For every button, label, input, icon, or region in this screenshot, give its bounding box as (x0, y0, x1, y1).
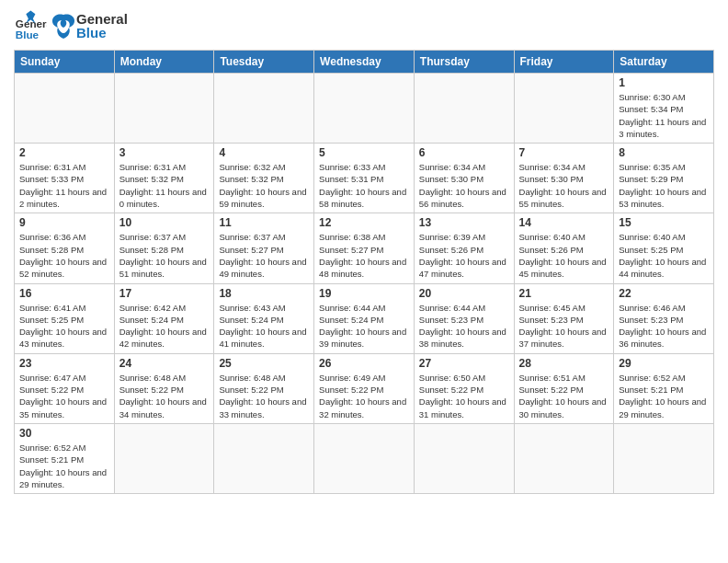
day-info: Sunrise: 6:43 AM Sunset: 5:24 PM Dayligh… (219, 302, 309, 350)
day-number: 13 (419, 216, 509, 229)
logo: General Blue General Blue (14, 9, 128, 42)
day-info: Sunrise: 6:50 AM Sunset: 5:22 PM Dayligh… (419, 372, 509, 420)
weekday-header-row: SundayMondayTuesdayWednesdayThursdayFrid… (15, 51, 714, 74)
weekday-header-sunday: Sunday (15, 51, 115, 74)
calendar-cell (414, 423, 514, 493)
calendar-table: SundayMondayTuesdayWednesdayThursdayFrid… (14, 50, 714, 494)
weekday-header-thursday: Thursday (414, 51, 514, 74)
day-info: Sunrise: 6:44 AM Sunset: 5:24 PM Dayligh… (319, 302, 409, 350)
calendar-cell: 25Sunrise: 6:48 AM Sunset: 5:22 PM Dayli… (214, 353, 314, 423)
calendar-cell (214, 423, 314, 493)
day-info: Sunrise: 6:38 AM Sunset: 5:27 PM Dayligh… (319, 231, 409, 280)
day-info: Sunrise: 6:32 AM Sunset: 5:32 PM Dayligh… (219, 161, 309, 210)
calendar-cell: 5Sunrise: 6:33 AM Sunset: 5:31 PM Daylig… (314, 144, 415, 213)
day-number: 6 (419, 146, 509, 159)
calendar-cell: 7Sunrise: 6:34 AM Sunset: 5:30 PM Daylig… (514, 144, 614, 213)
calendar-cell: 2Sunrise: 6:31 AM Sunset: 5:33 PM Daylig… (15, 144, 115, 213)
day-info: Sunrise: 6:39 AM Sunset: 5:26 PM Dayligh… (419, 231, 509, 280)
calendar-cell (314, 423, 415, 493)
calendar-week-row: 1Sunrise: 6:30 AM Sunset: 5:34 PM Daylig… (15, 74, 714, 144)
svg-text:Blue: Blue (16, 29, 40, 40)
weekday-header-monday: Monday (114, 51, 214, 74)
calendar-cell: 13Sunrise: 6:39 AM Sunset: 5:26 PM Dayli… (414, 213, 514, 283)
page-header: General Blue General Blue (14, 9, 714, 42)
weekday-header-friday: Friday (514, 51, 614, 74)
day-info: Sunrise: 6:30 AM Sunset: 5:34 PM Dayligh… (619, 91, 709, 140)
day-info: Sunrise: 6:51 AM Sunset: 5:22 PM Dayligh… (519, 372, 609, 420)
calendar-cell: 11Sunrise: 6:37 AM Sunset: 5:27 PM Dayli… (214, 213, 314, 283)
day-info: Sunrise: 6:42 AM Sunset: 5:24 PM Dayligh… (119, 302, 210, 350)
day-number: 17 (119, 287, 210, 300)
day-number: 15 (619, 216, 709, 229)
calendar-cell: 22Sunrise: 6:46 AM Sunset: 5:23 PM Dayli… (614, 283, 714, 353)
day-info: Sunrise: 6:48 AM Sunset: 5:22 PM Dayligh… (119, 372, 210, 420)
day-number: 18 (219, 287, 309, 300)
calendar-cell: 9Sunrise: 6:36 AM Sunset: 5:28 PM Daylig… (15, 213, 115, 283)
day-info: Sunrise: 6:37 AM Sunset: 5:28 PM Dayligh… (119, 231, 210, 280)
day-info: Sunrise: 6:48 AM Sunset: 5:22 PM Dayligh… (219, 372, 309, 420)
day-info: Sunrise: 6:37 AM Sunset: 5:27 PM Dayligh… (219, 231, 309, 280)
calendar-cell: 29Sunrise: 6:52 AM Sunset: 5:21 PM Dayli… (614, 353, 714, 423)
day-number: 29 (619, 357, 709, 370)
day-number: 1 (619, 76, 709, 89)
day-number: 28 (519, 357, 609, 370)
calendar-cell: 1Sunrise: 6:30 AM Sunset: 5:34 PM Daylig… (614, 74, 714, 144)
day-number: 4 (219, 146, 309, 159)
logo-bird-icon (51, 11, 76, 40)
day-number: 19 (319, 287, 409, 300)
calendar-cell: 8Sunrise: 6:35 AM Sunset: 5:29 PM Daylig… (614, 144, 714, 213)
day-number: 11 (219, 216, 309, 229)
day-number: 10 (119, 216, 210, 229)
calendar-cell (114, 74, 214, 144)
day-info: Sunrise: 6:34 AM Sunset: 5:30 PM Dayligh… (519, 161, 609, 210)
calendar-cell: 21Sunrise: 6:45 AM Sunset: 5:23 PM Dayli… (514, 283, 614, 353)
day-info: Sunrise: 6:52 AM Sunset: 5:21 PM Dayligh… (619, 372, 709, 420)
day-info: Sunrise: 6:33 AM Sunset: 5:31 PM Dayligh… (319, 161, 409, 210)
day-number: 12 (319, 216, 409, 229)
day-number: 14 (519, 216, 609, 229)
day-info: Sunrise: 6:40 AM Sunset: 5:25 PM Dayligh… (619, 231, 709, 280)
day-info: Sunrise: 6:46 AM Sunset: 5:23 PM Dayligh… (619, 302, 709, 350)
day-info: Sunrise: 6:31 AM Sunset: 5:33 PM Dayligh… (19, 161, 109, 210)
day-info: Sunrise: 6:36 AM Sunset: 5:28 PM Dayligh… (19, 231, 109, 280)
day-number: 9 (19, 216, 109, 229)
calendar-cell: 3Sunrise: 6:31 AM Sunset: 5:32 PM Daylig… (114, 144, 214, 213)
calendar-cell: 18Sunrise: 6:43 AM Sunset: 5:24 PM Dayli… (214, 283, 314, 353)
calendar-cell (414, 74, 514, 144)
calendar-cell: 14Sunrise: 6:40 AM Sunset: 5:26 PM Dayli… (514, 213, 614, 283)
calendar-cell: 12Sunrise: 6:38 AM Sunset: 5:27 PM Dayli… (314, 213, 415, 283)
calendar-week-row: 9Sunrise: 6:36 AM Sunset: 5:28 PM Daylig… (15, 213, 714, 283)
day-number: 23 (19, 357, 109, 370)
calendar-cell (314, 74, 415, 144)
logo-icon: General Blue (14, 9, 47, 42)
calendar-cell (214, 74, 314, 144)
day-info: Sunrise: 6:45 AM Sunset: 5:23 PM Dayligh… (519, 302, 609, 350)
day-number: 27 (419, 357, 509, 370)
day-info: Sunrise: 6:52 AM Sunset: 5:21 PM Dayligh… (19, 442, 109, 490)
calendar-cell (15, 74, 115, 144)
day-number: 7 (519, 146, 609, 159)
day-number: 3 (119, 146, 210, 159)
calendar-cell: 10Sunrise: 6:37 AM Sunset: 5:28 PM Dayli… (114, 213, 214, 283)
day-info: Sunrise: 6:40 AM Sunset: 5:26 PM Dayligh… (519, 231, 609, 280)
day-number: 22 (619, 287, 709, 300)
day-info: Sunrise: 6:35 AM Sunset: 5:29 PM Dayligh… (619, 161, 709, 210)
calendar-cell: 17Sunrise: 6:42 AM Sunset: 5:24 PM Dayli… (114, 283, 214, 353)
day-number: 2 (19, 146, 109, 159)
calendar-cell: 23Sunrise: 6:47 AM Sunset: 5:22 PM Dayli… (15, 353, 115, 423)
calendar-week-row: 23Sunrise: 6:47 AM Sunset: 5:22 PM Dayli… (15, 353, 714, 423)
day-number: 25 (219, 357, 309, 370)
calendar-cell: 4Sunrise: 6:32 AM Sunset: 5:32 PM Daylig… (214, 144, 314, 213)
calendar-cell (114, 423, 214, 493)
day-number: 26 (319, 357, 409, 370)
calendar-cell: 30Sunrise: 6:52 AM Sunset: 5:21 PM Dayli… (15, 423, 115, 493)
calendar-cell: 6Sunrise: 6:34 AM Sunset: 5:30 PM Daylig… (414, 144, 514, 213)
calendar-cell: 26Sunrise: 6:49 AM Sunset: 5:22 PM Dayli… (314, 353, 415, 423)
day-info: Sunrise: 6:49 AM Sunset: 5:22 PM Dayligh… (319, 372, 409, 420)
weekday-header-saturday: Saturday (614, 51, 714, 74)
calendar-cell: 16Sunrise: 6:41 AM Sunset: 5:25 PM Dayli… (15, 283, 115, 353)
day-info: Sunrise: 6:41 AM Sunset: 5:25 PM Dayligh… (19, 302, 109, 350)
day-info: Sunrise: 6:31 AM Sunset: 5:32 PM Dayligh… (119, 161, 210, 210)
day-number: 16 (19, 287, 109, 300)
calendar-cell: 20Sunrise: 6:44 AM Sunset: 5:23 PM Dayli… (414, 283, 514, 353)
